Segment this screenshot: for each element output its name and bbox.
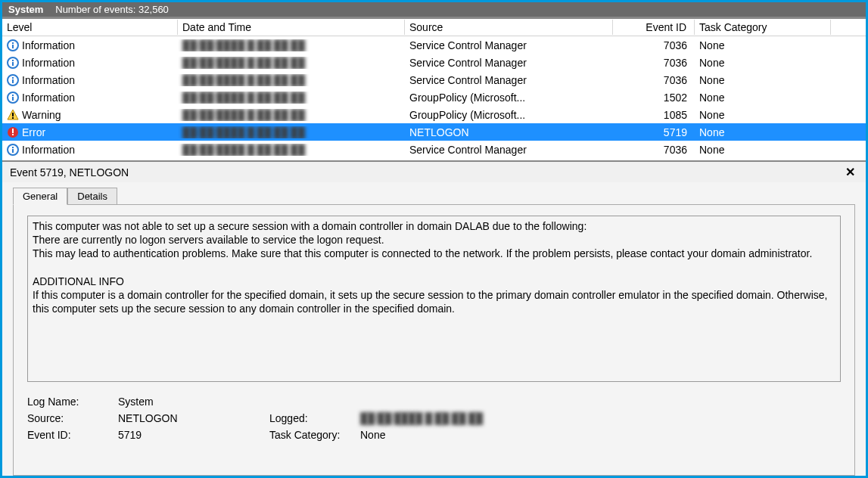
svg-rect-17 — [12, 134, 14, 135]
cell-datetime: ██/██/████ █:██:██ ██ — [178, 57, 405, 69]
tab-details[interactable]: Details — [67, 188, 117, 205]
cell-datetime: ██/██/████ █:██:██ ██ — [178, 126, 405, 138]
cell-datetime: ██/██/████ █:██:██ ██ — [178, 144, 405, 156]
level-text: Error — [22, 126, 45, 138]
level-text: Information — [22, 39, 75, 51]
cell-taskcategory: None — [695, 126, 831, 138]
cell-datetime: ██/██/████ █:██:██ ██ — [178, 109, 405, 121]
cell-source: Service Control Manager — [405, 144, 613, 156]
cell-level: Information — [2, 39, 178, 51]
cell-datetime: ██/██/████ █:██:██ ██ — [178, 39, 405, 51]
info-icon — [7, 39, 19, 51]
svg-rect-1 — [12, 45, 14, 48]
level-text: Information — [22, 92, 75, 104]
cell-eventid: 7036 — [613, 39, 695, 51]
table-row[interactable]: Information██/██/████ █:██:██ ██Service … — [2, 71, 866, 88]
prop-source-label: Source: — [27, 412, 118, 424]
prop-source-value: NETLOGON — [118, 412, 269, 424]
info-icon — [7, 57, 19, 69]
cell-datetime: ██/██/████ █:██:██ ██ — [178, 74, 405, 86]
svg-rect-7 — [12, 79, 14, 83]
cell-taskcategory: None — [695, 57, 831, 69]
detail-header: Event 5719, NETLOGON ✕ — [2, 162, 866, 182]
cell-eventid: 1085 — [613, 109, 695, 121]
table-row[interactable]: Error██/██/████ █:██:██ ██NETLOGON5719No… — [2, 123, 866, 141]
tab-general-body: This computer was not able to set up a s… — [13, 204, 855, 476]
info-icon — [7, 74, 19, 86]
cell-taskcategory: None — [695, 144, 831, 156]
svg-rect-10 — [12, 97, 14, 101]
cell-taskcategory: None — [695, 92, 831, 104]
close-icon[interactable]: ✕ — [842, 165, 858, 179]
error-icon — [7, 126, 19, 138]
cell-level: Information — [2, 74, 178, 86]
svg-rect-14 — [12, 117, 14, 119]
svg-rect-13 — [12, 113, 14, 116]
svg-rect-2 — [12, 42, 14, 44]
svg-rect-11 — [12, 95, 14, 96]
cell-eventid: 7036 — [613, 57, 695, 69]
prop-logname-label: Log Name: — [27, 396, 118, 408]
cell-eventid: 1502 — [613, 92, 695, 104]
cell-level: Information — [2, 144, 178, 156]
prop-taskcat-value: None — [360, 429, 512, 441]
svg-rect-5 — [12, 60, 14, 61]
svg-rect-4 — [12, 62, 14, 66]
cell-source: NETLOGON — [405, 126, 613, 138]
prop-logname-value: System — [118, 396, 269, 408]
titlebar: System Number of events: 32,560 — [2, 2, 866, 18]
column-headers[interactable]: Level Date and Time Source Event ID Task… — [2, 19, 866, 36]
event-properties: Log Name: System Source: NETLOGON Logged… — [27, 396, 841, 441]
cell-source: GroupPolicy (Microsoft... — [405, 92, 613, 104]
header-level[interactable]: Level — [2, 20, 178, 35]
info-icon — [7, 92, 19, 104]
tab-general[interactable]: General — [13, 188, 67, 205]
cell-source: Service Control Manager — [405, 57, 613, 69]
detail-tabs: General Details — [13, 188, 855, 205]
warning-icon — [7, 109, 19, 121]
cell-level: Information — [2, 92, 178, 104]
prop-eventid-label: Event ID: — [27, 429, 118, 441]
cell-level: Warning — [2, 109, 178, 121]
cell-taskcategory: None — [695, 74, 831, 86]
level-text: Information — [22, 57, 75, 69]
svg-rect-20 — [12, 147, 14, 148]
info-icon — [7, 144, 19, 156]
cell-taskcategory: None — [695, 39, 831, 51]
table-row[interactable]: Information██/██/████ █:██:██ ██GroupPol… — [2, 88, 866, 106]
header-source[interactable]: Source — [405, 20, 613, 35]
table-row[interactable]: Information██/██/████ █:██:██ ██Service … — [2, 141, 866, 158]
log-name: System — [8, 4, 43, 15]
prop-logged-label: Logged: — [269, 412, 360, 424]
table-row[interactable]: Warning██/██/████ █:██:██ ██GroupPolicy … — [2, 106, 866, 123]
svg-rect-8 — [12, 77, 14, 79]
header-datetime[interactable]: Date and Time — [178, 20, 405, 35]
level-text: Information — [22, 144, 75, 156]
event-list[interactable]: Level Date and Time Source Event ID Task… — [2, 18, 866, 160]
cell-eventid: 5719 — [613, 126, 695, 138]
cell-datetime: ██/██/████ █:██:██ ██ — [178, 92, 405, 104]
table-row[interactable]: Information██/██/████ █:██:██ ██Service … — [2, 36, 866, 54]
event-count: Number of events: 32,560 — [55, 4, 169, 15]
cell-source: Service Control Manager — [405, 74, 613, 86]
prop-taskcat-label: Task Category: — [269, 429, 360, 441]
detail-title: Event 5719, NETLOGON — [10, 166, 129, 178]
detail-pane: Event 5719, NETLOGON ✕ General Details T… — [2, 160, 866, 476]
cell-eventid: 7036 — [613, 74, 695, 86]
cell-source: Service Control Manager — [405, 39, 613, 51]
cell-eventid: 7036 — [613, 144, 695, 156]
prop-eventid-value: 5719 — [118, 429, 269, 441]
header-eventid[interactable]: Event ID — [613, 20, 695, 35]
cell-level: Error — [2, 126, 178, 138]
cell-level: Information — [2, 57, 178, 69]
table-row[interactable]: Information██/██/████ █:██:██ ██Service … — [2, 54, 866, 71]
cell-source: GroupPolicy (Microsoft... — [405, 109, 613, 121]
header-taskcategory[interactable]: Task Category — [695, 20, 831, 35]
level-text: Warning — [22, 109, 61, 121]
prop-logged-value: ██/██/████ █:██:██ ██ — [360, 412, 512, 424]
cell-taskcategory: None — [695, 109, 831, 121]
level-text: Information — [22, 74, 75, 86]
svg-rect-16 — [12, 129, 14, 133]
event-description[interactable]: This computer was not able to set up a s… — [27, 216, 841, 382]
svg-rect-19 — [12, 149, 14, 153]
